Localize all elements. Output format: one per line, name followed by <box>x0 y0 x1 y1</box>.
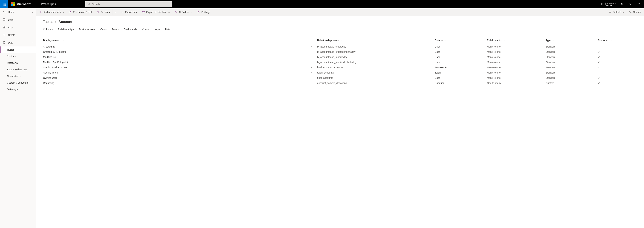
table-row[interactable]: Modified By (Delegate)⋯lk_accountbase_mo… <box>43 60 637 65</box>
lake-icon <box>142 10 145 14</box>
col-type[interactable]: Type ⌄ <box>546 37 598 44</box>
col-display-name[interactable]: Display name ↑ ⌄ <box>43 37 291 44</box>
get-data-split-button[interactable]: ⌄ <box>112 9 118 15</box>
nav-create[interactable]: Create <box>0 31 36 39</box>
excel-icon <box>69 10 72 14</box>
row-actions-button[interactable]: ⋯ <box>291 75 317 81</box>
tab-views[interactable]: Views <box>100 27 106 33</box>
nav-tables[interactable]: Tables <box>0 46 36 53</box>
row-actions-button[interactable]: ⋯ <box>291 44 317 49</box>
table-row[interactable]: Regarding⋯account_sample_donationsDonati… <box>43 81 637 86</box>
col-label: Related… <box>435 39 446 42</box>
gear-icon <box>197 10 200 14</box>
tab-relationships[interactable]: Relationships <box>58 27 74 33</box>
add-relationship-button[interactable]: Add relationship ⌄ <box>38 9 66 15</box>
settings-cmd-button[interactable]: Settings <box>196 9 212 15</box>
cell-relname: user_accounts <box>317 75 435 81</box>
nav-choices[interactable]: Choices <box>0 53 36 60</box>
cell-custom: ✓ <box>598 60 637 65</box>
table-row[interactable]: Owning Business Unit⋯business_unit_accou… <box>43 65 637 70</box>
table-row[interactable]: Created By (Delegate)⋯lk_accountbase_cre… <box>43 49 637 54</box>
app-title: Power Apps <box>41 2 56 6</box>
chevron-down-icon: ⌄ <box>611 39 613 41</box>
row-actions-button[interactable]: ⋯ <box>291 70 317 75</box>
tab-business-rules[interactable]: Business rules <box>79 27 95 33</box>
settings-button[interactable] <box>627 0 634 8</box>
cell-reltype: Many-to-one <box>487 49 546 54</box>
col-custom[interactable]: Custom… ⌄ <box>598 37 637 44</box>
nav-label: Custom Connectors <box>7 81 28 84</box>
export-data-button[interactable]: Export data <box>119 9 139 15</box>
svg-point-21 <box>198 11 199 12</box>
cell-display: Modified By <box>43 54 291 60</box>
row-actions-button[interactable]: ⋯ <box>291 49 317 54</box>
nav-dataflows[interactable]: Dataflows <box>0 60 36 66</box>
col-relationship-name[interactable]: Relationship name ⌄ <box>317 37 435 44</box>
chevron-down-icon: ⌄ <box>114 11 116 13</box>
cmd-label: Edit data in Excel <box>73 11 92 13</box>
svg-point-18 <box>175 11 176 12</box>
tab-charts[interactable]: Charts <box>142 27 149 33</box>
global-search-input[interactable]: Search <box>85 1 172 7</box>
row-actions-button[interactable]: ⋯ <box>291 65 317 70</box>
col-related[interactable]: Related… ⌄ <box>435 37 487 44</box>
nav-apps[interactable]: Apps <box>0 24 36 31</box>
app-launcher-button[interactable] <box>0 0 8 8</box>
view-selector[interactable]: Default ⌄ <box>607 9 626 15</box>
cell-related: Donation <box>435 81 487 86</box>
table-row[interactable]: Created By⋯lk_accountbase_createdbyUserM… <box>43 44 637 49</box>
nav-gateways[interactable]: Gateways <box>0 86 36 93</box>
cell-display: Owning Team <box>43 70 291 75</box>
svg-point-3 <box>630 4 631 4</box>
table-row[interactable]: Modified By⋯lk_accountbase_modifiedbyUse… <box>43 54 637 60</box>
tab-columns[interactable]: Columns <box>43 27 53 33</box>
database-icon <box>96 10 99 14</box>
nav-custom-connectors[interactable]: Custom Connectors <box>0 79 36 86</box>
sort-asc-icon: ↑ <box>60 39 61 42</box>
nav-label: Learn <box>8 18 14 21</box>
data-icon <box>3 41 6 44</box>
notifications-button[interactable] <box>618 0 626 8</box>
breadcrumb-root[interactable]: Tables <box>43 20 53 24</box>
col-label: Display name <box>43 39 59 42</box>
row-actions-button[interactable]: ⋯ <box>291 54 317 60</box>
svg-point-12 <box>3 41 5 42</box>
cell-relname: lk_accountbase_modifiedby <box>317 54 435 60</box>
nav-label: Apps <box>8 26 14 29</box>
row-actions-button[interactable]: ⋯ <box>291 81 317 86</box>
chevron-down-icon: ⌄ <box>622 11 624 13</box>
book-icon <box>3 18 6 21</box>
cell-reltype: Many-to-one <box>487 54 546 60</box>
nav-export-lake[interactable]: Export to data lake <box>0 66 36 73</box>
nav-data[interactable]: Data ⌃ <box>0 39 36 46</box>
chevron-up-icon: ▴ <box>32 11 33 13</box>
svg-point-16 <box>97 11 99 11</box>
chevron-up-icon: ⌃ <box>31 41 33 44</box>
nav-connections[interactable]: Connections <box>0 73 36 79</box>
edit-excel-button[interactable]: Edit data in Excel <box>67 9 94 15</box>
get-data-button[interactable]: Get data <box>95 9 112 15</box>
globe-icon <box>600 2 603 6</box>
nav-home[interactable]: Home ▴ <box>0 8 36 16</box>
svg-rect-7 <box>4 26 5 27</box>
top-header: Microsoft Power Apps Search Environment … <box>0 0 644 8</box>
chevron-down-icon: ⌄ <box>340 39 342 41</box>
tab-keys[interactable]: Keys <box>154 27 160 33</box>
apps-icon <box>3 26 6 29</box>
tab-data[interactable]: Data <box>165 27 170 33</box>
table-search-input[interactable]: Search <box>627 10 642 14</box>
export-lake-button[interactable]: Export to data lake ⌄ <box>140 9 172 15</box>
help-button[interactable]: ? <box>635 0 642 8</box>
plus-icon <box>39 10 42 14</box>
table-row[interactable]: Owning Team⋯team_accountsTeamMany-to-one… <box>43 70 637 75</box>
ai-builder-button[interactable]: AI Builder ⌄ <box>173 9 194 15</box>
row-actions-button[interactable]: ⋯ <box>291 60 317 65</box>
cell-type: Standard <box>546 49 598 54</box>
tab-forms[interactable]: Forms <box>112 27 119 33</box>
col-relationship-type[interactable]: Relationshi… ⌄ <box>487 37 546 44</box>
table-row[interactable]: Owning User⋯user_accountsUserMany-to-one… <box>43 75 637 81</box>
col-label: Custom… <box>598 39 610 42</box>
environment-picker[interactable]: Environment Contoso <box>597 2 618 6</box>
tab-dashboards[interactable]: Dashboards <box>124 27 137 33</box>
nav-learn[interactable]: Learn <box>0 16 36 24</box>
